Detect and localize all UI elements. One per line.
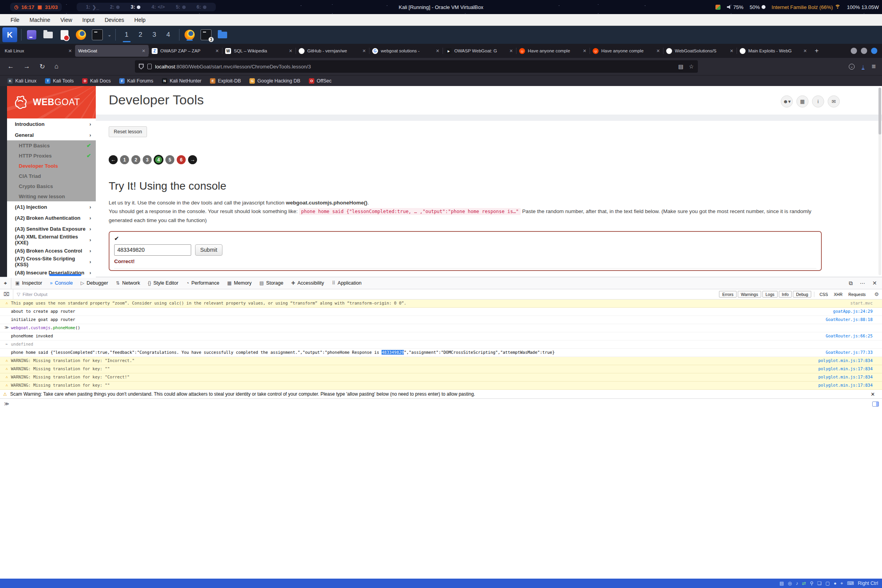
pager-page-2[interactable]: 2 <box>131 155 140 164</box>
app-menu-icon[interactable]: ≡ <box>871 63 876 71</box>
tab-close-icon[interactable]: ✕ <box>730 48 733 54</box>
bookmark-item[interactable]: OOffSec <box>305 78 335 84</box>
browser-tab[interactable]: WebGoatSolutions/S✕ <box>663 45 737 57</box>
tab-close-icon[interactable]: ✕ <box>656 48 660 54</box>
workspace-3[interactable]: 3: <box>125 4 146 10</box>
browser-tab[interactable]: ▸OWASP WebGoat: G✕ <box>443 45 516 57</box>
dismiss-warning-icon[interactable]: ✕ <box>871 391 879 397</box>
console-row-warn[interactable]: ⚠WARNING: Missing translation for key: "… <box>0 382 882 390</box>
downloads-icon[interactable]: ↓ <box>862 64 865 70</box>
network-icon[interactable]: ⇄ <box>802 581 806 586</box>
desktop-4-button[interactable]: 4 <box>161 27 175 43</box>
tab-close-icon[interactable]: ✕ <box>289 48 292 54</box>
desktop-3-button[interactable]: 3 <box>147 27 161 43</box>
display-icon[interactable]: ▢ <box>825 581 830 586</box>
bookmark-item[interactable]: GGoogle Hacking DB <box>246 78 304 84</box>
console-row-input[interactable]: ≫webgoat.customjs.phoneHome() <box>0 324 882 332</box>
downloads-folder-button[interactable] <box>216 29 229 41</box>
pager-page-4[interactable]: 4 <box>154 155 163 164</box>
source-link[interactable]: polyglot.min.js:17:834 <box>818 366 879 371</box>
menu-file[interactable]: File <box>5 17 25 23</box>
source-link[interactable]: goatApp.js:24:29 <box>833 309 879 314</box>
split-console-icon[interactable]: ⧉ <box>846 280 855 287</box>
page-scrollbar[interactable] <box>878 88 881 275</box>
filter-toggle-css[interactable]: CSS <box>817 291 830 297</box>
tab-close-icon[interactable]: ✕ <box>68 48 72 54</box>
console-row-log[interactable]: phoneHome invokedGoatRouter.js:66:25 <box>0 332 882 341</box>
filter-chip-errors[interactable]: Errors <box>719 291 737 298</box>
files-app-button[interactable] <box>25 29 38 41</box>
menu-machine[interactable]: Machine <box>25 17 56 23</box>
mouse-integration-icon[interactable]: ⌖ <box>841 581 843 586</box>
report-card-button[interactable]: ▦ <box>796 95 808 108</box>
browser-tab[interactable]: ☺Have anyone comple✕ <box>590 45 663 57</box>
terminal-launcher-button[interactable] <box>91 29 104 41</box>
new-tab-button[interactable]: + <box>810 45 823 57</box>
pager-page-5[interactable]: 5 <box>165 155 174 164</box>
contact-button[interactable]: ✉ <box>828 95 840 108</box>
console-row-warn[interactable]: ⚠This page uses the non standard propert… <box>0 299 882 308</box>
clear-console-icon[interactable]: ⌧ <box>0 289 13 299</box>
filter-chip-debug[interactable]: Debug <box>793 291 811 298</box>
tab-close-icon[interactable]: ✕ <box>142 48 145 54</box>
home-button[interactable]: ⌂ <box>51 63 62 70</box>
url-bar[interactable]: localhost:8080/WebGoat/start.mvc#lesson/… <box>135 60 698 73</box>
pager-page-6[interactable]: 6 <box>177 155 186 164</box>
console-row-log[interactable]: initialize goat app routerGoatRouter.js:… <box>0 316 882 324</box>
menu-devices[interactable]: Devices <box>100 17 129 23</box>
bookmark-star-icon[interactable]: ☆ <box>689 63 694 70</box>
sidebar-item-general[interactable]: General› <box>7 129 96 140</box>
pick-element-icon[interactable]: ⌖ <box>0 277 11 289</box>
devtools-tab-storage[interactable]: ▤Storage <box>256 277 287 289</box>
devtools-tab-inspector[interactable]: ▣Inspector <box>11 277 46 289</box>
clock-widget[interactable]: ◷ 16:17 ▦ 31/03 <box>10 3 62 11</box>
source-link[interactable]: polyglot.min.js:17:834 <box>818 375 879 379</box>
filter-chip-logs[interactable]: Logs <box>762 291 778 298</box>
account-button[interactable]: ☻▾ <box>781 95 793 108</box>
devtools-tab-application[interactable]: ⠿Application <box>328 277 366 289</box>
sidebar-item--a8-insecure-deserialization[interactable]: (A8) Insecure Deserialization› <box>7 267 96 278</box>
sidebar-item-crypto-basics[interactable]: Crypto Basics <box>7 181 96 191</box>
browser-tab[interactable]: GitHub - vernjan/we✕ <box>296 45 369 57</box>
browser-tab[interactable]: WebGoat✕ <box>75 45 149 57</box>
sidebar-item--a2-broken-authentication[interactable]: (A2) Broken Authentication› <box>7 212 96 223</box>
workspace-switcher[interactable]: 1:❯_2:3:4:</>5:6: <box>77 3 216 11</box>
hdd-icon[interactable]: ▤ <box>780 581 784 586</box>
kali-menu-button[interactable]: K <box>2 27 17 42</box>
text-editor-button[interactable] <box>58 29 71 41</box>
browser-tab[interactable]: Kali Linux✕ <box>2 45 75 57</box>
terminal-window-button[interactable]: 3 <box>200 29 212 41</box>
devtools-tab-performance[interactable]: ◔Performance <box>182 277 223 289</box>
power-indicator[interactable]: 100% 13.05W <box>847 4 879 10</box>
console-empty-area[interactable] <box>0 409 882 579</box>
reader-view-icon[interactable]: ▤ <box>678 63 683 70</box>
sidebar-item-developer-tools[interactable]: Developer Tools <box>7 161 96 171</box>
pager-page-3[interactable]: 3 <box>143 155 152 164</box>
devtools-close-icon[interactable]: ✕ <box>869 280 880 286</box>
pager-page-1[interactable]: 1 <box>120 155 129 164</box>
bookmark-item[interactable]: KKali Linux <box>4 78 40 84</box>
sidebar-item--a7-cross-site-scripting-xss-[interactable]: (A7) Cross-Site Scripting (XSS)› <box>7 256 96 267</box>
shared-folders-icon[interactable]: ❏ <box>817 581 821 586</box>
source-link[interactable]: start.mvc <box>850 301 879 305</box>
source-link[interactable]: GoatRouter.js:88:18 <box>826 317 879 322</box>
optical-disc-icon[interactable]: ◎ <box>788 581 792 586</box>
sidebar-item-http-proxies[interactable]: HTTP Proxies✔ <box>7 151 96 161</box>
horizontal-scrollbar[interactable] <box>7 274 96 276</box>
console-row-warn[interactable]: ⚠WARNING: Missing translation for key: "… <box>0 365 882 373</box>
page-scrollbar-thumb[interactable] <box>878 88 881 134</box>
window-minimize-button[interactable] <box>851 48 857 54</box>
workspace-4[interactable]: 4:</> <box>146 4 170 10</box>
tab-close-icon[interactable]: ✕ <box>362 48 366 54</box>
tab-close-icon[interactable]: ✕ <box>509 48 513 54</box>
bookmark-item[interactable]: DKali Docs <box>79 78 114 84</box>
recording-icon[interactable]: ● <box>834 581 837 586</box>
firefox-window-button[interactable] <box>183 29 196 41</box>
devtools-tab-console[interactable]: »Console <box>46 277 77 289</box>
launcher-dropdown-icon[interactable]: ⌄ <box>108 32 111 38</box>
usb-icon[interactable]: ⚲ <box>810 581 814 586</box>
workspace-5[interactable]: 5: <box>170 4 191 10</box>
devtools-more-icon[interactable]: ⋯ <box>857 280 868 286</box>
filter-chip-info[interactable]: Info <box>779 291 792 298</box>
tracking-shield-icon[interactable] <box>139 64 144 70</box>
